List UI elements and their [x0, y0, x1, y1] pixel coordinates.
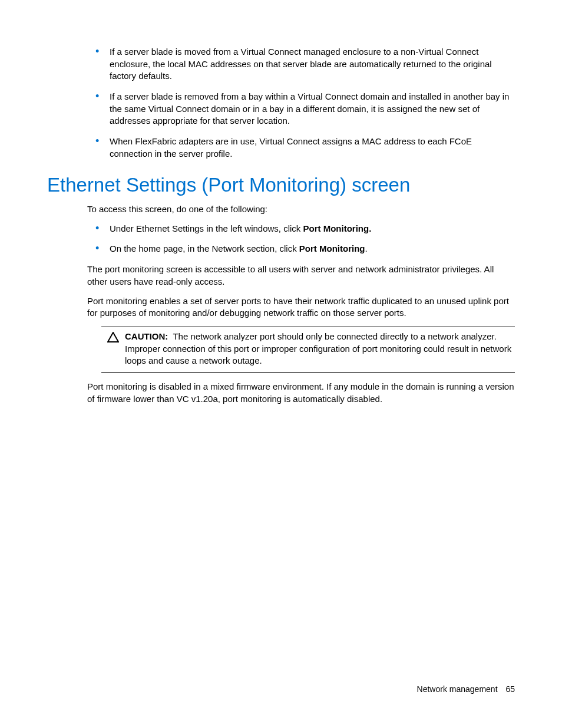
bold-text: Port Monitoring. — [303, 223, 372, 233]
caution-icon — [101, 331, 125, 367]
text: Under Ethernet Settings in the left wind… — [110, 223, 303, 233]
paragraph: Port monitoring is disabled in a mixed f… — [87, 381, 515, 405]
intro-paragraph: To access this screen, do one of the fol… — [87, 203, 515, 216]
footer-section-name: Network management — [417, 684, 498, 694]
list-item: If a server blade is moved from a Virtua… — [87, 46, 515, 83]
bold-text: Port Monitoring — [299, 243, 365, 253]
list-item: Under Ethernet Settings in the left wind… — [87, 223, 515, 235]
caution-body: The network analyzer port should only be… — [125, 331, 511, 365]
page-footer: Network management 65 — [417, 684, 515, 695]
caution-text: CAUTION: The network analyzer port shoul… — [125, 331, 515, 367]
top-bullet-list: If a server blade is moved from a Virtua… — [47, 46, 515, 160]
footer-page-number: 65 — [505, 684, 515, 694]
section-heading: Ethernet Settings (Port Monitoring) scre… — [47, 173, 515, 197]
paragraph: The port monitoring screen is accessible… — [87, 263, 515, 288]
text: On the home page, in the Network section… — [110, 243, 299, 253]
access-bullet-list: Under Ethernet Settings in the left wind… — [87, 223, 515, 255]
caution-block: CAUTION: The network analyzer port shoul… — [101, 327, 515, 373]
list-item: If a server blade is removed from a bay … — [87, 91, 515, 127]
list-item: On the home page, in the Network section… — [87, 243, 515, 255]
paragraph: Port monitoring enables a set of server … — [87, 295, 515, 319]
list-item: When FlexFabric adapters are in use, Vir… — [87, 136, 515, 160]
section-body: To access this screen, do one of the fol… — [47, 203, 515, 405]
text: . — [365, 243, 367, 253]
caution-label: CAUTION: — [125, 331, 168, 341]
